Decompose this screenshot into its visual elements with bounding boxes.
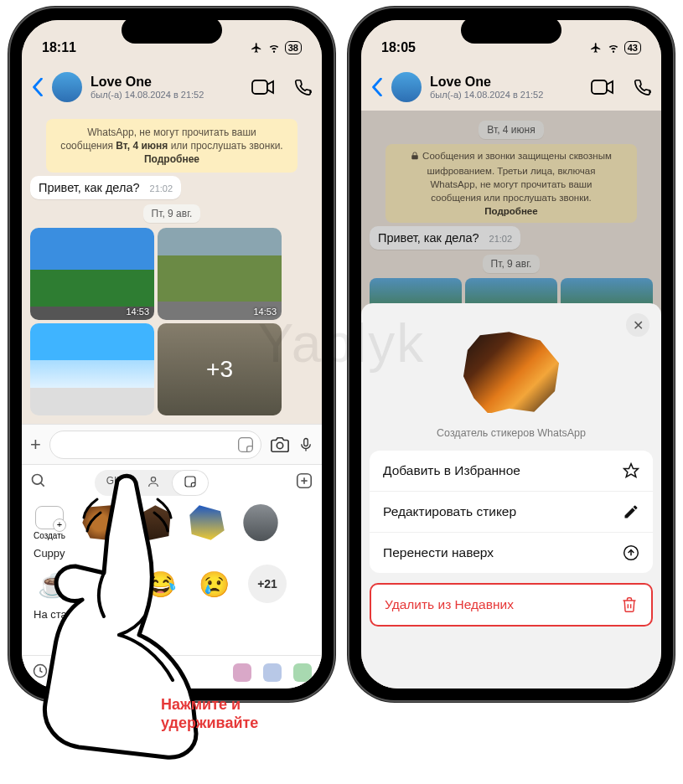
sticker-search-button[interactable]	[30, 472, 47, 493]
svg-point-2	[277, 442, 282, 448]
back-button[interactable]	[32, 78, 44, 96]
sticker-more-count[interactable]: +21	[248, 565, 287, 603]
airplane-icon	[250, 42, 263, 54]
avatar[interactable]	[52, 72, 82, 102]
chat-title[interactable]: Love One	[430, 75, 582, 90]
video-call-button[interactable]	[591, 79, 614, 95]
create-sticker-button[interactable]: Создать	[34, 506, 65, 540]
media-album[interactable]: 14:53 14:53 +3	[30, 228, 282, 415]
dynamic-island	[122, 17, 222, 44]
favorites-tab[interactable]	[60, 663, 77, 683]
phone-left: 18:11 38 Love One был(-а) 14.08.2024 в 2…	[8, 7, 335, 702]
chat-title[interactable]: Love One	[91, 75, 243, 90]
media-more-count: +3	[158, 323, 282, 415]
banner-text: или прослушать звонки.	[171, 140, 283, 152]
sheet-close-button[interactable]: ✕	[626, 313, 649, 337]
sticker-inline-icon[interactable]	[237, 436, 254, 456]
media-item[interactable]: 14:53	[30, 228, 154, 320]
svg-rect-1	[239, 437, 253, 451]
menu-label: Перенести наверх	[383, 545, 494, 560]
chat-header: Love One был(-а) 14.08.2024 в 21:52	[22, 64, 322, 111]
phone-right: 18:05 43 Love One был(-а) 14.08.2024 в 2…	[348, 7, 675, 702]
chat-last-seen: был(-а) 14.08.2024 в 21:52	[91, 90, 243, 100]
back-button[interactable]	[371, 78, 383, 96]
voice-call-button[interactable]	[293, 78, 312, 96]
star-icon	[623, 462, 639, 479]
svg-point-6	[151, 477, 155, 481]
message-time: 21:02	[150, 183, 173, 193]
menu-delete-recent[interactable]: Удалить из Недавних	[371, 585, 651, 625]
banner-link[interactable]: Подробнее	[144, 153, 199, 165]
pack-thumb[interactable]	[119, 663, 137, 682]
battery-level: 38	[285, 41, 302, 54]
message-input[interactable]	[49, 431, 261, 459]
sticker-cup-cry[interactable]: 😂	[141, 565, 179, 603]
pack-thumb[interactable]	[263, 663, 282, 682]
recent-tab[interactable]	[32, 663, 49, 683]
mic-button[interactable]	[298, 435, 313, 455]
media-time: 14:53	[126, 307, 149, 317]
message-input-bar: +	[22, 424, 322, 464]
attach-button[interactable]: +	[30, 434, 41, 456]
sheet-menu: Добавить в Избранное Редактировать стике…	[370, 451, 653, 573]
seg-gif[interactable]: GIF	[95, 470, 135, 496]
voice-call-button[interactable]	[633, 78, 651, 96]
dynamic-island	[461, 17, 561, 44]
svg-rect-3	[304, 438, 308, 446]
pack-thumb[interactable]	[293, 663, 312, 682]
svg-marker-12	[62, 663, 76, 677]
create-label: Создать	[34, 531, 65, 540]
svg-point-4	[33, 475, 43, 485]
sticker-bottom-bar	[22, 655, 322, 689]
sticker-bison[interactable]	[80, 503, 119, 542]
media-item[interactable]	[30, 323, 154, 415]
media-item[interactable]: 14:53	[158, 228, 282, 320]
encryption-banner[interactable]: WhatsApp, не могут прочитать ваши сообще…	[46, 119, 298, 173]
video-call-button[interactable]	[251, 79, 275, 95]
sticker-panel: GIF Создать	[22, 464, 322, 689]
sheet-sticker-preview	[453, 322, 570, 422]
seg-avatar[interactable]	[135, 470, 172, 496]
sticker-cup[interactable]: ☕	[34, 565, 72, 603]
sticker-seal[interactable]	[241, 503, 280, 542]
svg-rect-0	[252, 80, 267, 94]
message-text: Привет, как дела?	[39, 181, 140, 194]
menu-label: Удалить из Недавних	[385, 597, 514, 612]
seg-sticker[interactable]	[172, 470, 209, 496]
wifi-icon	[267, 42, 281, 54]
chat-header: Love One был(-а) 14.08.2024 в 21:52	[361, 64, 661, 111]
sticker-parrot[interactable]	[188, 503, 226, 542]
sticker-type-segment[interactable]: GIF	[95, 470, 209, 496]
sticker-cup-sad[interactable]: 😢	[194, 565, 233, 603]
sheet-caption: Создатель стикеров WhatsApp	[370, 427, 653, 439]
svg-line-5	[41, 483, 44, 487]
pencil-icon	[623, 503, 639, 520]
menu-label: Добавить в Избранное	[383, 463, 520, 478]
sticker-cup-love[interactable]: 😍	[87, 565, 126, 603]
banner-date: Вт, 4 июня	[116, 140, 168, 152]
pack-thumb[interactable]	[89, 663, 107, 682]
sticker-pack-name: Cuppy	[22, 545, 322, 561]
sticker-pack-name-2: На старт, внима	[22, 606, 322, 622]
status-time: 18:11	[42, 40, 76, 55]
sticker-create-shortcut[interactable]	[295, 472, 313, 493]
camera-button[interactable]	[270, 436, 290, 454]
menu-add-favorite[interactable]: Добавить в Избранное	[370, 451, 653, 492]
chat-last-seen: был(-а) 14.08.2024 в 21:52	[430, 90, 582, 100]
sticker-horse[interactable]	[134, 503, 173, 542]
avatar[interactable]	[391, 72, 422, 102]
banner-text: сообщения	[60, 140, 113, 152]
status-time: 18:05	[381, 40, 416, 55]
svg-rect-13	[592, 80, 607, 94]
menu-move-up[interactable]: Перенести наверх	[370, 533, 653, 573]
trash-icon	[621, 596, 638, 613]
incoming-message[interactable]: Привет, как дела? 21:02	[30, 176, 181, 199]
battery-level: 43	[624, 41, 641, 54]
svg-rect-7	[185, 477, 195, 487]
menu-edit-sticker[interactable]: Редактировать стикер	[370, 492, 653, 533]
pack-thumb[interactable]	[233, 663, 251, 682]
svg-marker-14	[624, 464, 639, 477]
banner-text: WhatsApp, не могут прочитать ваши	[87, 126, 256, 138]
media-item-more[interactable]: +3	[158, 323, 282, 415]
wifi-icon	[607, 42, 620, 54]
